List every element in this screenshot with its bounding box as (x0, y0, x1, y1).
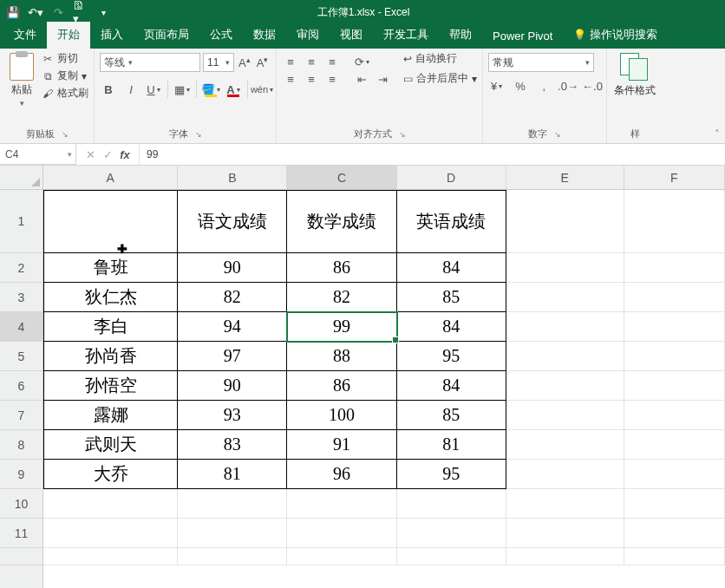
accounting-format-icon[interactable]: ¥ (488, 77, 505, 95)
align-bottom-icon[interactable]: ≡ (323, 53, 341, 70)
cancel-formula-icon[interactable]: ✕ (83, 148, 97, 161)
col-header-B[interactable]: B (178, 166, 287, 189)
cell-B5[interactable]: 97 (178, 342, 287, 371)
tab-review[interactable]: 审阅 (286, 22, 330, 49)
tab-layout[interactable]: 页面布局 (134, 22, 199, 49)
cell-B8[interactable]: 83 (178, 430, 287, 460)
cell-D12[interactable] (397, 548, 506, 565)
cell-E4[interactable] (506, 312, 624, 342)
decrease-indent-icon[interactable]: ⇤ (353, 70, 370, 88)
save-icon[interactable]: 💾 (5, 4, 21, 20)
phonetic-button[interactable]: wén (253, 81, 271, 98)
row-header-5[interactable]: 5 (0, 342, 42, 371)
fill-color-button[interactable]: 🪣 (202, 81, 219, 98)
row-header-1[interactable]: 1 (0, 190, 42, 253)
cell-E10[interactable] (506, 489, 624, 519)
collapse-ribbon-icon[interactable]: ˄ (715, 128, 720, 140)
cell-C2[interactable]: 86 (287, 253, 396, 283)
paste-button[interactable]: 粘贴 ▾ (5, 51, 38, 126)
cell-B9[interactable]: 81 (178, 460, 287, 489)
col-header-C[interactable]: C (287, 166, 396, 189)
decrease-decimal-icon[interactable]: ←.0 (584, 77, 601, 95)
cell-C11[interactable] (287, 519, 396, 548)
comma-format-icon[interactable]: , (536, 77, 552, 95)
cell-F10[interactable] (624, 489, 725, 519)
cell-F12[interactable] (624, 548, 725, 565)
row-header-12[interactable] (0, 548, 42, 565)
align-right-icon[interactable]: ≡ (323, 70, 341, 88)
cell-B12[interactable] (178, 548, 287, 565)
cell-B6[interactable]: 90 (178, 371, 287, 401)
cell-A8[interactable]: 武则天 (43, 430, 178, 460)
cell-A9[interactable]: 大乔 (43, 460, 178, 489)
borders-button[interactable]: ▦ (173, 81, 191, 98)
cell-E11[interactable] (506, 519, 624, 548)
italic-button[interactable]: I (122, 81, 140, 98)
cell-F3[interactable] (624, 283, 725, 312)
cell-D6[interactable]: 84 (397, 371, 506, 401)
cell-D7[interactable]: 85 (397, 401, 506, 430)
cell-B3[interactable]: 82 (178, 283, 287, 312)
align-center-icon[interactable]: ≡ (303, 70, 320, 88)
cell-D5[interactable]: 95 (397, 342, 506, 371)
orientation-icon[interactable]: ⟳ (353, 53, 370, 70)
cell-D2[interactable]: 84 (397, 253, 506, 283)
tab-home[interactable]: 开始 (47, 22, 90, 49)
cell-F5[interactable] (624, 342, 725, 371)
touch-mode-icon[interactable]: 🖻▾ (73, 4, 88, 20)
cell-C10[interactable] (287, 489, 396, 519)
cell-B10[interactable] (178, 489, 287, 519)
tab-formulas[interactable]: 公式 (199, 22, 243, 49)
cell-C6[interactable]: 86 (287, 371, 396, 401)
cell-E3[interactable] (506, 283, 624, 312)
tab-insert[interactable]: 插入 (90, 22, 134, 49)
conditional-format-button[interactable]: 条件格式 (612, 51, 657, 126)
cell-F7[interactable] (624, 401, 725, 430)
cell-E2[interactable] (506, 253, 624, 283)
shrink-font-icon[interactable]: A▾ (255, 56, 271, 69)
align-middle-icon[interactable]: ≡ (303, 53, 320, 70)
row-header-4[interactable]: 4 (0, 312, 42, 342)
tab-data[interactable]: 数据 (243, 22, 286, 49)
cell-E5[interactable] (506, 342, 624, 371)
cell-A4[interactable]: 李白 (43, 312, 178, 342)
col-header-D[interactable]: D (397, 166, 506, 189)
cell-C5[interactable]: 88 (287, 342, 396, 371)
cell-C7[interactable]: 100 (287, 401, 396, 430)
number-launcher-icon[interactable]: ↘ (554, 130, 561, 139)
formula-input[interactable]: 99 (140, 148, 725, 160)
cell-D10[interactable] (397, 489, 506, 519)
cell-B11[interactable] (178, 519, 287, 548)
cell-D3[interactable]: 85 (397, 283, 506, 312)
cell-D1[interactable]: 英语成绩 (397, 190, 506, 253)
cell-F11[interactable] (624, 519, 725, 548)
row-header-6[interactable]: 6 (0, 371, 42, 401)
cell-E9[interactable] (506, 460, 624, 489)
cell-F6[interactable] (624, 371, 725, 401)
cell-C4[interactable]: 99 (287, 312, 396, 342)
wrap-text-button[interactable]: ↩自动换行 (403, 51, 477, 66)
row-header-2[interactable]: 2 (0, 253, 42, 283)
cell-A2[interactable]: 鲁班 (43, 253, 178, 283)
increase-decimal-icon[interactable]: .0→ (559, 77, 577, 95)
cell-B2[interactable]: 90 (178, 253, 287, 283)
name-box[interactable]: C4▾ (0, 144, 76, 165)
cell-D4[interactable]: 84 (397, 312, 506, 342)
cell-D9[interactable]: 95 (397, 460, 506, 489)
cell-A1[interactable] (43, 190, 178, 253)
tab-tellme[interactable]: 💡 操作说明搜索 (563, 22, 668, 49)
cell-C1[interactable]: 数学成绩 (287, 190, 396, 253)
font-name-select[interactable]: 等线▾ (100, 53, 200, 72)
col-header-A[interactable]: A (43, 166, 178, 189)
row-header-10[interactable]: 10 (0, 489, 42, 519)
align-top-icon[interactable]: ≡ (282, 53, 299, 70)
tab-powerpivot[interactable]: Power Pivot (482, 24, 563, 49)
cell-A10[interactable] (43, 489, 178, 519)
cell-E6[interactable] (506, 371, 624, 401)
underline-button[interactable]: U (145, 81, 162, 98)
cell-A12[interactable] (43, 548, 178, 565)
align-left-icon[interactable]: ≡ (282, 70, 299, 88)
spreadsheet-grid[interactable]: ABCDEF 1234567891011 语文成绩数学成绩英语成绩鲁班90868… (0, 166, 725, 588)
cell-A11[interactable] (43, 519, 178, 548)
alignment-launcher-icon[interactable]: ↘ (399, 130, 406, 139)
